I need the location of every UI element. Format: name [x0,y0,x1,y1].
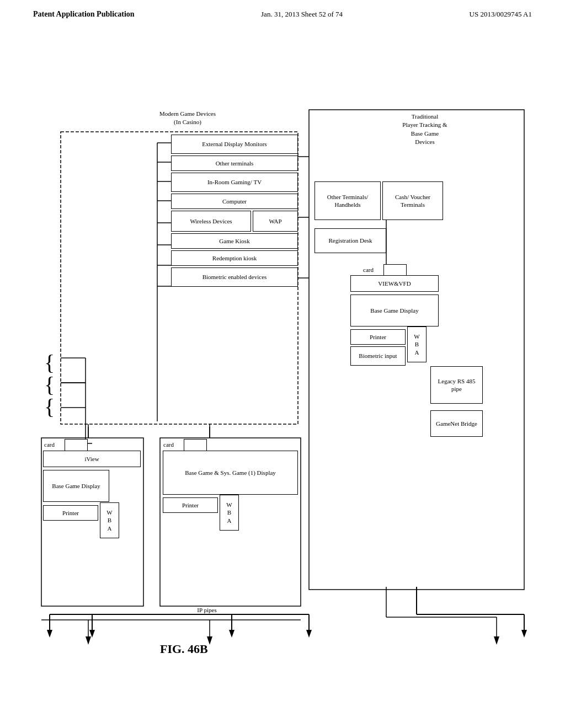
svg-marker-48 [521,630,527,638]
other-terminals-top-box: Other terminals [171,156,298,171]
printer-center-box: Printer [163,497,218,513]
other-terminals-handhelds-box: Other Terminals/ Handhelds [315,181,381,220]
wap-box: WAP [253,211,298,232]
registration-desk-box: Registration Desk [315,228,386,253]
svg-marker-50 [306,630,312,638]
base-game-display-left-box: Base Game Display [43,470,109,502]
redemption-kiosk-box: Redemption kiosk [171,250,298,266]
curly-brace-3: } [44,394,55,420]
publication-title: Patent Application Publication [33,10,135,19]
svg-marker-17 [86,636,91,645]
wireless-box: Wireless Devices [171,211,251,232]
svg-marker-23 [494,636,499,645]
card-left-label: card [44,441,55,449]
printer-top-right-box: Printer [350,329,406,345]
modern-devices-title: Modern Game Devices (In Casino) [132,110,243,127]
card-center-box [184,439,207,451]
iview-box: iView [43,451,141,467]
page-header: Patent Application Publication Jan. 31, … [0,0,565,19]
svg-marker-44 [47,630,52,638]
diagram-area: Modern Game Devices (In Casino) External… [0,24,565,708]
legacy-rs485-box: Legacy RS 485 pipe [430,366,483,404]
computer-box: Computer [171,194,298,209]
external-display-box: External Display Monitors [171,135,298,154]
in-room-box: In-Room Gaming/ TV [171,173,298,192]
cash-voucher-box: Cash/ Voucher Terminals [382,181,443,220]
card-top-right-box [383,264,407,276]
card-center-label: card [163,441,174,449]
svg-marker-40 [89,630,95,638]
card-top-right-label: card [363,266,374,274]
view-vfd-box: VIEW&VFD [350,275,439,292]
biometric-devices-box: Biometric enabled devices [171,267,298,287]
base-game-display-top-box: Base Game Display [350,295,439,326]
base-game-sys-box: Base Game & Sys. Game (1) Display [163,451,298,495]
svg-marker-42 [229,630,234,638]
publication-number: US 2013/0029745 A1 [470,10,532,19]
printer-left-box: Printer [43,505,98,521]
game-kiosk-box: Game Kiosk [171,233,298,249]
wba-top-right-box: W B A [407,326,427,362]
wba-left-box: W B A [100,502,119,538]
traditional-label: Traditional Player Tracking & Base Game … [359,113,491,147]
figure-label: FIG. 46B [160,642,208,656]
ip-pipes-label: IP pipes [166,606,248,614]
wba-center-box: W B A [220,495,239,531]
gamenet-bridge-box: GameNet Bridge [430,410,483,437]
biometric-input-box: Biometric input [350,346,406,366]
card-left-box [65,439,88,451]
publication-date: Jan. 31, 2013 Sheet 52 of 74 [261,10,343,19]
